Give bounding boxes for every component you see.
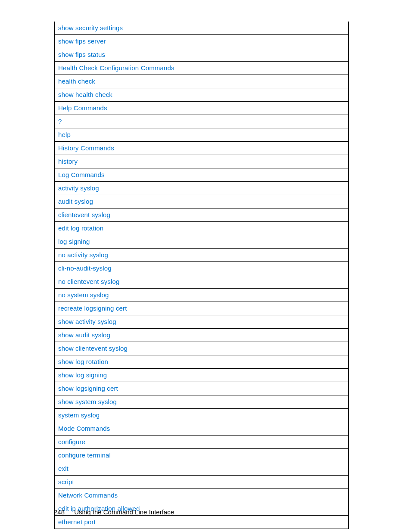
table-row: Network Commands bbox=[55, 488, 348, 502]
link-network-commands[interactable]: Network Commands bbox=[58, 492, 118, 499]
table-row: Health Check Configuration Commands bbox=[55, 61, 348, 75]
table-row: ? bbox=[55, 115, 348, 128]
link-show-security-settings[interactable]: show security settings bbox=[58, 24, 123, 31]
link-show-health-check[interactable]: show health check bbox=[58, 91, 112, 98]
link-show-log-rotation[interactable]: show log rotation bbox=[58, 358, 108, 365]
link-show-system-syslog[interactable]: show system syslog bbox=[58, 398, 117, 405]
table-row: exit bbox=[55, 462, 348, 475]
table-row: show log signing bbox=[55, 368, 348, 382]
link-health-check[interactable]: health check bbox=[58, 78, 95, 85]
table-row: Help Commands bbox=[55, 101, 348, 115]
table-row: show health check bbox=[55, 88, 348, 101]
link-mode-commands[interactable]: Mode Commands bbox=[58, 425, 110, 432]
table-row: recreate logsigning cert bbox=[55, 302, 348, 315]
link-no-activity-syslog[interactable]: no activity syslog bbox=[58, 251, 108, 258]
table-row: no clientevent syslog bbox=[55, 275, 348, 288]
table-row: show clientevent syslog bbox=[55, 342, 348, 355]
table-row: show activity syslog bbox=[55, 315, 348, 328]
table-row: ethernet port bbox=[55, 515, 348, 529]
command-list-table: show security settingsshow fips serversh… bbox=[54, 22, 349, 529]
footer-text: Using the Command Line Interface bbox=[74, 508, 174, 516]
page-footer: 248 Using the Command Line Interface bbox=[54, 508, 174, 516]
link-help-commands[interactable]: Help Commands bbox=[58, 104, 107, 112]
table-row: history bbox=[55, 155, 348, 168]
table-row: edit log rotation bbox=[55, 221, 348, 235]
link-no-system-syslog[interactable]: no system syslog bbox=[58, 291, 109, 299]
table-row: log signing bbox=[55, 235, 348, 248]
link-health-check-configuration-commands[interactable]: Health Check Configuration Commands bbox=[58, 64, 174, 72]
link-show-logsigning-cert[interactable]: show logsigning cert bbox=[58, 385, 118, 392]
table-row: cli-no-audit-syslog bbox=[55, 261, 348, 275]
link-show-audit-syslog[interactable]: show audit syslog bbox=[58, 331, 110, 339]
link-system-syslog[interactable]: system syslog bbox=[58, 411, 100, 419]
link-show-fips-server[interactable]: show fips server bbox=[58, 37, 106, 45]
table-row: activity syslog bbox=[55, 181, 348, 195]
table-row: no system syslog bbox=[55, 288, 348, 302]
table-row: show log rotation bbox=[55, 355, 348, 368]
table-row: show fips status bbox=[55, 48, 348, 61]
link-audit-syslog[interactable]: audit syslog bbox=[58, 198, 93, 205]
link-exit[interactable]: exit bbox=[58, 465, 68, 472]
link-configure[interactable]: configure bbox=[58, 438, 85, 445]
table-row: clientevent syslog bbox=[55, 208, 348, 221]
link-history[interactable]: history bbox=[58, 158, 78, 165]
table-row: script bbox=[55, 475, 348, 488]
table-row: Mode Commands bbox=[55, 422, 348, 435]
table-row: History Commands bbox=[55, 141, 348, 155]
link-ethernet-port[interactable]: ethernet port bbox=[58, 518, 96, 526]
table-row: show audit syslog bbox=[55, 328, 348, 342]
link-question-mark[interactable]: ? bbox=[58, 118, 62, 125]
link-cli-no-audit-syslog[interactable]: cli-no-audit-syslog bbox=[58, 264, 112, 272]
link-history-commands[interactable]: History Commands bbox=[58, 144, 114, 152]
table-row: health check bbox=[55, 75, 348, 88]
link-show-log-signing[interactable]: show log signing bbox=[58, 371, 107, 379]
link-configure-terminal[interactable]: configure terminal bbox=[58, 451, 111, 459]
table-row: show logsigning cert bbox=[55, 382, 348, 395]
table-row: Log Commands bbox=[55, 168, 348, 181]
table-row: no activity syslog bbox=[55, 248, 348, 261]
link-edit-log-rotation[interactable]: edit log rotation bbox=[58, 224, 103, 232]
link-help[interactable]: help bbox=[58, 131, 71, 138]
link-recreate-logsigning-cert[interactable]: recreate logsigning cert bbox=[58, 305, 127, 312]
table-row: system syslog bbox=[55, 408, 348, 422]
link-log-commands[interactable]: Log Commands bbox=[58, 171, 105, 178]
link-activity-syslog[interactable]: activity syslog bbox=[58, 184, 99, 192]
link-log-signing[interactable]: log signing bbox=[58, 238, 90, 245]
table-row: show system syslog bbox=[55, 395, 348, 408]
document-page: show security settingsshow fips serversh… bbox=[0, 0, 411, 532]
table-row: help bbox=[55, 128, 348, 141]
link-show-fips-status[interactable]: show fips status bbox=[58, 51, 105, 58]
table-row: configure bbox=[55, 435, 348, 448]
link-script[interactable]: script bbox=[58, 478, 74, 485]
table-row: audit syslog bbox=[55, 195, 348, 208]
page-number: 248 bbox=[54, 508, 65, 516]
table-row: show security settings bbox=[55, 22, 348, 34]
link-show-clientevent-syslog[interactable]: show clientevent syslog bbox=[58, 345, 128, 352]
table-row: configure terminal bbox=[55, 448, 348, 462]
link-clientevent-syslog[interactable]: clientevent syslog bbox=[58, 211, 110, 218]
link-no-clientevent-syslog[interactable]: no clientevent syslog bbox=[58, 278, 119, 285]
link-show-activity-syslog[interactable]: show activity syslog bbox=[58, 318, 116, 325]
table-row: show fips server bbox=[55, 34, 348, 48]
